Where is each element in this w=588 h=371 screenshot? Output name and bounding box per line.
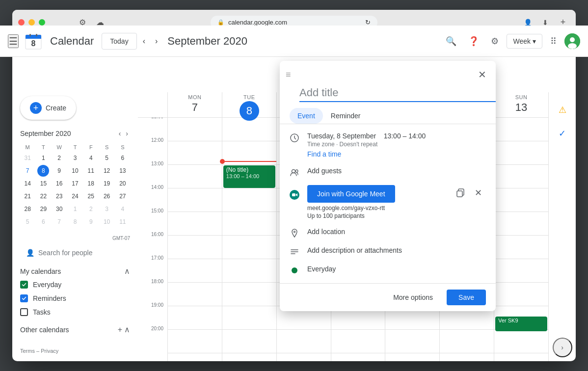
terms-link[interactable]: Terms xyxy=(20,348,35,354)
calendar-event[interactable]: (No title) 13:00 – 14:00 xyxy=(223,165,275,188)
mini-cal-day[interactable]: 4 xyxy=(117,203,129,215)
mini-cal-day[interactable]: 24 xyxy=(69,190,81,202)
remove-meet-button[interactable]: ✕ xyxy=(470,185,486,201)
mini-cal-day[interactable]: 25 xyxy=(85,190,97,202)
mini-cal-day[interactable]: 17 xyxy=(69,178,81,189)
my-calendars-title: My calendars xyxy=(20,267,61,275)
calendar-owner-svg xyxy=(291,267,298,274)
my-calendars-toggle[interactable]: ∧ xyxy=(124,266,130,276)
mini-cal-day[interactable]: 19 xyxy=(101,178,113,189)
mini-cal-day[interactable]: 14 xyxy=(22,178,33,189)
event-title-input[interactable] xyxy=(299,84,496,102)
mini-cal-day[interactable]: 21 xyxy=(22,190,33,202)
mini-cal-day[interactable]: 3 xyxy=(101,203,113,215)
close-button[interactable] xyxy=(18,19,25,26)
mini-cal-day[interactable]: 26 xyxy=(101,190,113,202)
calendar-item-reminders[interactable]: Reminders xyxy=(20,292,130,305)
maximize-button[interactable] xyxy=(39,19,45,26)
mini-cal-day[interactable]: 23 xyxy=(53,190,65,202)
mini-cal-day[interactable]: 16 xyxy=(53,178,65,189)
create-button[interactable]: + Create xyxy=(20,96,76,120)
mini-cal-day[interactable]: 15 xyxy=(37,178,49,189)
mini-cal-day[interactable]: 10 xyxy=(69,165,81,177)
guests-svg xyxy=(290,168,299,177)
hour-11-tue xyxy=(222,118,276,141)
mini-cal-day[interactable]: 8 xyxy=(69,216,81,228)
mini-cal-day[interactable]: 9 xyxy=(53,165,65,177)
popup-close-button[interactable]: ✕ xyxy=(474,67,490,82)
mini-cal-day[interactable]: 18 xyxy=(85,178,97,189)
today-button[interactable]: Today xyxy=(102,33,136,50)
mini-cal-day[interactable]: 3 xyxy=(69,152,81,164)
settings-button[interactable]: ⚙ xyxy=(487,32,503,51)
mini-cal-day[interactable]: 7 xyxy=(22,165,33,177)
privacy-link[interactable]: Privacy xyxy=(41,348,58,354)
mini-cal-day[interactable]: 27 xyxy=(117,190,129,202)
help-button[interactable]: ❓ xyxy=(464,32,483,51)
join-meet-button[interactable]: Join with Google Meet xyxy=(307,185,395,203)
mini-cal-day[interactable]: 12 xyxy=(101,165,113,177)
view-selector[interactable]: Week ▾ xyxy=(507,34,542,49)
expand-right-button[interactable]: › xyxy=(553,338,572,357)
calendar-logo: 8 xyxy=(25,32,42,50)
right-sidebar-icon-2[interactable]: ✓ xyxy=(553,124,572,143)
calendar-item-everyday[interactable]: Everyday xyxy=(20,278,130,292)
meet-row-inner: Join with Google Meet ✕ xyxy=(307,185,486,203)
calendar-event-2[interactable]: Ver SK9 xyxy=(495,317,547,331)
mini-cal-day[interactable]: 2 xyxy=(85,203,97,215)
mini-cal-day[interactable]: 20 xyxy=(117,178,129,189)
mini-cal-day[interactable]: 9 xyxy=(85,216,97,228)
next-period-button[interactable]: › xyxy=(151,33,161,50)
reload-icon: ↻ xyxy=(365,19,371,26)
mini-cal-day[interactable]: 1 xyxy=(37,152,49,164)
mini-cal-day[interactable]: 13 xyxy=(117,165,129,177)
mini-cal-next[interactable]: › xyxy=(124,128,130,139)
find-time-link[interactable]: Find a time xyxy=(307,150,341,158)
svg-point-16 xyxy=(294,231,295,233)
mini-cal-day[interactable]: 31 xyxy=(22,152,33,164)
add-other-calendar-button[interactable]: + xyxy=(118,325,122,334)
mini-cal-day[interactable]: 30 xyxy=(53,203,65,215)
other-calendars-toggle[interactable]: ∧ xyxy=(124,325,130,334)
my-calendars-header[interactable]: My calendars ∧ xyxy=(20,265,130,278)
menu-button[interactable]: ☰ xyxy=(12,34,19,48)
mini-cal-day[interactable]: 5 xyxy=(101,152,113,164)
mini-cal-day[interactable]: 10 xyxy=(101,216,113,228)
more-options-button[interactable]: More options xyxy=(385,290,441,305)
guests-content: Add guests xyxy=(307,166,486,175)
hour-17-tue xyxy=(222,259,276,283)
day-header-tue: TUE 8 xyxy=(222,92,276,117)
save-button[interactable]: Save xyxy=(447,290,486,305)
event-time-range: 13:00 – 14:00 xyxy=(384,132,426,140)
mini-cal-day[interactable]: 11 xyxy=(117,216,129,228)
mini-cal-day[interactable]: 6 xyxy=(117,152,129,164)
mini-cal-day[interactable]: 6 xyxy=(37,216,49,228)
mini-cal-dh-m: M xyxy=(20,143,35,151)
copy-meet-link-button[interactable] xyxy=(453,185,468,201)
right-sidebar-icon-1[interactable]: ⚠ xyxy=(553,100,572,120)
mini-cal-day[interactable]: 2 xyxy=(53,152,65,164)
mini-cal-day[interactable]: 29 xyxy=(37,203,49,215)
mini-cal-day[interactable]: 7 xyxy=(53,216,65,228)
calendar-item-tasks[interactable]: Tasks xyxy=(20,305,130,319)
prev-period-button[interactable]: ‹ xyxy=(139,33,149,50)
apps-button[interactable]: ⠿ xyxy=(546,32,561,51)
tab-reminder[interactable]: Reminder xyxy=(323,108,369,124)
mini-cal-day[interactable]: 28 xyxy=(22,203,33,215)
mini-cal-prev[interactable]: ‹ xyxy=(117,128,123,139)
tab-event[interactable]: Event xyxy=(290,108,323,124)
search-people[interactable]: 👤 Search for people xyxy=(20,245,130,261)
search-button[interactable]: 🔍 xyxy=(442,32,460,51)
day-col-sun: Ver SK9 xyxy=(494,118,548,361)
mini-cal-day[interactable]: 11 xyxy=(85,165,97,177)
user-avatar[interactable] xyxy=(564,33,576,49)
mini-cal-day[interactable]: 1 xyxy=(69,203,81,215)
sidebar-footer: Terms – Privacy xyxy=(20,336,130,358)
mini-cal-day[interactable]: 22 xyxy=(37,190,49,202)
mini-cal-day[interactable]: 5 xyxy=(22,216,33,228)
meet-row: Join with Google Meet ✕ meet.google.com/… xyxy=(290,185,486,219)
mini-cal-day[interactable]: 4 xyxy=(85,152,97,164)
mini-cal-day-today[interactable]: 8 xyxy=(37,165,49,177)
minimize-button[interactable] xyxy=(28,19,35,26)
svg-point-11 xyxy=(295,170,298,172)
